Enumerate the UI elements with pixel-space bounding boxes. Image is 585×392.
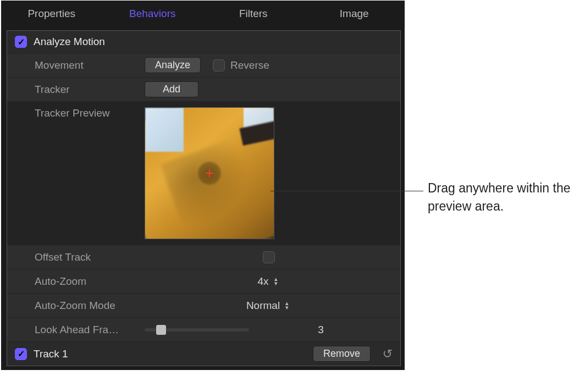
tab-filters[interactable]: Filters <box>203 1 304 26</box>
add-tracker-button[interactable]: Add <box>145 81 198 97</box>
tab-behaviors[interactable]: Behaviors <box>102 1 203 26</box>
tracker-preview-label: Tracker Preview <box>35 107 145 119</box>
row-auto-zoom: Auto-Zoom 4x ▴▾ <box>7 269 400 293</box>
auto-zoom-mode-label: Auto-Zoom Mode <box>35 300 145 312</box>
reverse-label: Reverse <box>230 59 269 71</box>
tracker-preview-area[interactable] <box>145 107 274 239</box>
look-ahead-value[interactable]: 3 <box>318 324 324 336</box>
row-tracker: Tracker Add <box>7 77 400 101</box>
row-offset-track: Offset Track <box>7 245 400 269</box>
row-movement: Movement Analyze Reverse <box>7 53 400 77</box>
auto-zoom-value: 4x <box>257 275 268 288</box>
stepper-icon: ▴▾ <box>283 301 291 310</box>
movement-label: Movement <box>35 59 145 71</box>
inspector-panel: Properties Behaviors Filters Image Analy… <box>1 1 405 370</box>
callout-line <box>271 191 423 191</box>
remove-track-button[interactable]: Remove <box>313 346 371 362</box>
analyze-motion-checkbox[interactable] <box>15 36 27 48</box>
row-auto-zoom-mode: Auto-Zoom Mode Normal ▴▾ <box>7 293 400 317</box>
auto-zoom-mode-value: Normal <box>246 300 280 312</box>
tab-image[interactable]: Image <box>304 1 405 26</box>
analyze-button[interactable]: Analyze <box>145 57 201 73</box>
callout-text: Drag anywhere within the preview area. <box>428 179 582 216</box>
section-header: Analyze Motion <box>7 31 400 53</box>
row-tracker-preview: Tracker Preview <box>7 101 400 245</box>
track-enable-checkbox[interactable] <box>15 348 27 360</box>
look-ahead-label: Look Ahead Fra… <box>35 324 145 336</box>
tracker-crosshair-icon <box>197 161 222 186</box>
inspector-body: Analyze Motion Movement Analyze Reverse … <box>7 30 401 366</box>
offset-track-label: Offset Track <box>35 251 145 263</box>
reset-icon[interactable]: ↻ <box>383 347 393 361</box>
section-title: Analyze Motion <box>34 36 105 48</box>
auto-zoom-mode-popup[interactable]: Normal ▴▾ <box>145 300 393 312</box>
tab-properties[interactable]: Properties <box>1 1 102 26</box>
look-ahead-slider[interactable] <box>145 328 249 332</box>
stepper-icon: ▴▾ <box>272 277 280 286</box>
row-look-ahead: Look Ahead Fra… 3 <box>7 317 400 341</box>
reverse-checkbox[interactable] <box>213 59 225 71</box>
auto-zoom-popup[interactable]: 4x ▴▾ <box>145 275 393 288</box>
track-label: Track 1 <box>34 348 68 360</box>
auto-zoom-label: Auto-Zoom <box>35 275 145 288</box>
slider-thumb[interactable] <box>156 325 166 335</box>
row-track: Track 1 Remove ↻ <box>7 341 400 366</box>
tracker-label: Tracker <box>35 84 145 96</box>
tab-bar: Properties Behaviors Filters Image <box>1 1 405 26</box>
offset-track-checkbox[interactable] <box>263 251 275 263</box>
